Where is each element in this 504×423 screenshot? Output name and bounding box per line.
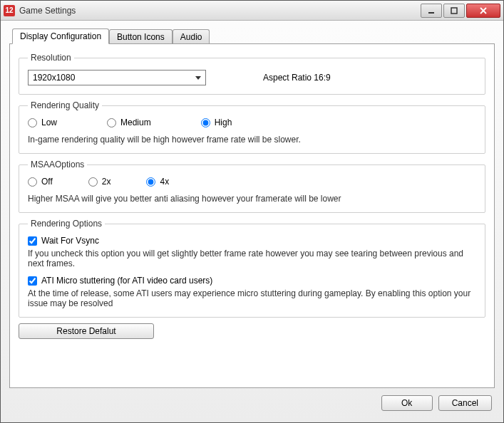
tab-button-icons[interactable]: Button Icons	[109, 29, 173, 43]
radio-msaa-4x-input[interactable]	[146, 177, 155, 187]
tabs: Display Configuration Button Icons Audio	[12, 28, 495, 43]
radio-msaa-2x-input[interactable]	[88, 177, 98, 187]
cancel-button[interactable]: Cancel	[438, 395, 492, 411]
checkbox-ati-input[interactable]	[28, 276, 37, 286]
close-button[interactable]	[466, 4, 500, 18]
maximize-icon	[451, 7, 458, 14]
radio-quality-high-label: High	[215, 118, 232, 127]
checkbox-vsync-label: Wait For Vsync	[41, 236, 99, 246]
radio-quality-low[interactable]: Low	[28, 118, 57, 127]
quality-description: In-game rendering quality will be high h…	[28, 135, 476, 145]
group-resolution: Resolution 1920x1080 Aspect Ratio 16:9	[19, 53, 485, 95]
minimize-button[interactable]	[421, 4, 442, 18]
radio-msaa-off[interactable]: Off	[28, 177, 53, 187]
svg-rect-1	[451, 8, 457, 14]
legend-msaa: MSAAOptions	[28, 160, 87, 169]
group-rendering-quality: Rendering Quality Low Medium High	[19, 100, 485, 154]
app-icon: 12	[4, 5, 15, 16]
resolution-selected: 1920x1080	[33, 73, 75, 83]
radio-quality-high[interactable]: High	[201, 118, 232, 127]
radio-msaa-4x-label: 4x	[160, 177, 169, 187]
radio-quality-low-input[interactable]	[28, 118, 37, 127]
ok-button[interactable]: Ok	[381, 395, 433, 411]
radio-msaa-off-label: Off	[41, 177, 53, 187]
vsync-description: If you uncheck this option you will get …	[28, 249, 476, 268]
window-title: Game Settings	[19, 6, 419, 16]
tab-audio[interactable]: Audio	[173, 29, 210, 43]
legend-rendering-options: Rendering Options	[28, 219, 105, 229]
radio-quality-medium-input[interactable]	[107, 118, 116, 127]
group-msaa: MSAAOptions Off 2x 4x Higher MSAA	[19, 160, 485, 213]
radio-quality-medium-label: Medium	[120, 118, 151, 127]
group-rendering-options: Rendering Options Wait For Vsync If you …	[19, 219, 485, 318]
chevron-down-icon	[195, 76, 201, 80]
checkbox-ati-label: ATI Micro stuttering (for ATI video card…	[41, 276, 212, 286]
minimize-icon	[428, 7, 435, 14]
radio-msaa-2x[interactable]: 2x	[88, 177, 111, 187]
tab-display-configuration[interactable]: Display Configuration	[12, 28, 109, 44]
resolution-dropdown[interactable]: 1920x1080	[28, 70, 206, 85]
radio-msaa-4x[interactable]: 4x	[146, 177, 169, 187]
msaa-description: Higher MSAA will give you better anti al…	[28, 194, 476, 204]
client-area: Display Configuration Button Icons Audio…	[1, 21, 503, 422]
window-frame: 12 Game Settings Display Configuration B…	[0, 0, 504, 423]
checkbox-vsync[interactable]: Wait For Vsync	[28, 236, 476, 246]
radio-quality-medium[interactable]: Medium	[107, 118, 151, 127]
legend-quality: Rendering Quality	[28, 100, 102, 110]
restore-default-button[interactable]: Restore Defalut	[19, 323, 154, 339]
checkbox-vsync-input[interactable]	[28, 236, 37, 246]
maximize-button[interactable]	[443, 4, 465, 18]
radio-quality-high-input[interactable]	[201, 118, 210, 127]
tab-panel-display: Resolution 1920x1080 Aspect Ratio 16:9 R…	[9, 43, 495, 388]
radio-msaa-off-input[interactable]	[28, 177, 37, 187]
dialog-footer: Ok Cancel	[9, 388, 495, 418]
checkbox-ati[interactable]: ATI Micro stuttering (for ATI video card…	[28, 276, 476, 286]
radio-msaa-2x-label: 2x	[102, 177, 111, 187]
radio-quality-low-label: Low	[41, 118, 57, 127]
ati-description: At the time of release, some ATI users m…	[28, 288, 476, 308]
titlebar[interactable]: 12 Game Settings	[1, 1, 503, 21]
close-icon	[480, 7, 487, 14]
legend-resolution: Resolution	[28, 53, 74, 63]
aspect-ratio-label: Aspect Ratio 16:9	[263, 73, 331, 83]
